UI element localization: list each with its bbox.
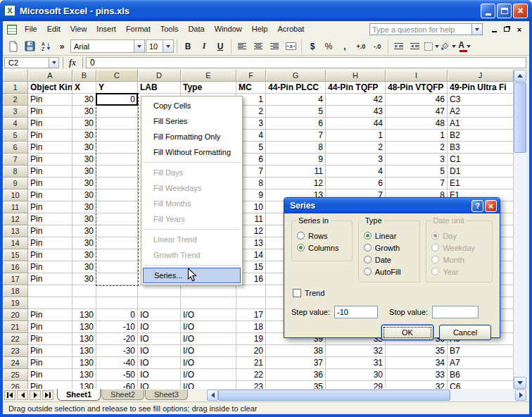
- cell-b20[interactable]: 130: [72, 309, 96, 321]
- cell-b16[interactable]: 30: [72, 261, 96, 273]
- trend-checkbox-row[interactable]: Trend: [293, 288, 493, 298]
- cell-a6[interactable]: Pin: [28, 142, 72, 154]
- row-header-8[interactable]: 8: [3, 166, 28, 178]
- menu-item-fill-without-formatting[interactable]: Fill Without Formatting: [143, 144, 241, 160]
- column-header-d[interactable]: D: [138, 70, 181, 82]
- cell-b9[interactable]: 30: [72, 178, 96, 189]
- menu-tools[interactable]: Tools: [156, 23, 184, 36]
- cell-a19[interactable]: [28, 297, 72, 309]
- sheet-tab-sheet1[interactable]: Sheet1: [57, 389, 101, 401]
- cell-g25[interactable]: 36: [266, 369, 326, 381]
- radio-columns[interactable]: Columns: [297, 242, 348, 254]
- name-box-dropdown-button[interactable]: [49, 57, 59, 68]
- cell-b22[interactable]: 130: [72, 333, 96, 345]
- cell-f1[interactable]: MC: [236, 82, 266, 94]
- step-value-input[interactable]: [334, 306, 378, 318]
- cell-h26[interactable]: 29: [326, 381, 386, 389]
- scroll-right-button[interactable]: [515, 390, 526, 401]
- row-header-7[interactable]: 7: [3, 154, 28, 166]
- cell-i9[interactable]: 7: [386, 178, 448, 189]
- cell-c3[interactable]: [96, 106, 138, 118]
- row-header-11[interactable]: 11: [3, 201, 28, 213]
- increase-indent-button[interactable]: [407, 39, 423, 54]
- cell-e18[interactable]: [181, 285, 236, 297]
- column-header-j[interactable]: J: [448, 70, 514, 82]
- cell-b17[interactable]: 30: [72, 273, 96, 285]
- scroll-down-button[interactable]: [514, 377, 526, 389]
- column-header-e[interactable]: E: [181, 70, 236, 82]
- cell-i23[interactable]: 35: [386, 345, 448, 357]
- cell-d18[interactable]: [138, 285, 181, 297]
- row-header-15[interactable]: 15: [3, 249, 28, 261]
- vertical-scrollbar[interactable]: [514, 70, 526, 389]
- menu-acrobat[interactable]: Acrobat: [272, 23, 309, 36]
- radio-rows[interactable]: Rows: [297, 230, 348, 242]
- cell-e22[interactable]: I/O: [181, 333, 236, 345]
- dialog-help-button[interactable]: ?: [471, 200, 483, 212]
- cell-a11[interactable]: Pin: [28, 201, 72, 213]
- cell-b8[interactable]: 30: [72, 166, 96, 178]
- cell-b13[interactable]: 30: [72, 225, 96, 237]
- row-header-4[interactable]: 4: [3, 118, 28, 130]
- select-all-corner[interactable]: [3, 70, 28, 82]
- cell-a8[interactable]: Pin: [28, 166, 72, 178]
- cell-a21[interactable]: Pin: [28, 321, 72, 333]
- radio-date[interactable]: Date: [364, 254, 416, 266]
- cell-h24[interactable]: 31: [326, 357, 386, 369]
- last-sheet-button[interactable]: [42, 390, 53, 400]
- cell-b18[interactable]: [72, 285, 96, 297]
- cell-c19[interactable]: [96, 297, 138, 309]
- cell-c9[interactable]: [96, 178, 138, 189]
- cell-e23[interactable]: I/O: [181, 345, 236, 357]
- cell-a17[interactable]: Pin: [28, 273, 72, 285]
- cell-h7[interactable]: 3: [326, 154, 386, 166]
- cell-i8[interactable]: 5: [386, 166, 448, 178]
- cell-h1[interactable]: 44-Pin TQFP: [326, 82, 386, 94]
- font-name-select[interactable]: Arial: [70, 39, 145, 53]
- cell-c15[interactable]: [96, 249, 138, 261]
- formula-input[interactable]: 0: [86, 57, 526, 68]
- cell-d23[interactable]: IO: [138, 345, 181, 357]
- cell-b3[interactable]: 30: [72, 106, 96, 118]
- cell-c17[interactable]: [96, 273, 138, 285]
- question-dropdown-button[interactable]: [472, 23, 483, 35]
- cell-g7[interactable]: 9: [266, 154, 326, 166]
- menu-help[interactable]: Help: [247, 23, 273, 36]
- cell-i6[interactable]: 2: [386, 142, 448, 154]
- column-header-g[interactable]: G: [266, 70, 326, 82]
- column-header-i[interactable]: I: [386, 70, 448, 82]
- row-header-23[interactable]: 23: [3, 345, 28, 357]
- menu-view[interactable]: View: [65, 23, 92, 36]
- cell-f24[interactable]: 21: [236, 357, 266, 369]
- cell-d1[interactable]: LAB: [138, 82, 181, 94]
- cell-c24[interactable]: -40: [96, 357, 138, 369]
- cell-c6[interactable]: [96, 142, 138, 154]
- cell-b5[interactable]: 30: [72, 130, 96, 142]
- dialog-close-button[interactable]: ×: [485, 200, 497, 212]
- cell-e25[interactable]: I/O: [181, 369, 236, 381]
- menu-edit[interactable]: Edit: [42, 23, 65, 36]
- cell-i3[interactable]: 47: [386, 106, 448, 118]
- cell-f21[interactable]: 18: [236, 321, 266, 333]
- cell-b7[interactable]: 30: [72, 154, 96, 166]
- cell-f23[interactable]: 20: [236, 345, 266, 357]
- cell-a18[interactable]: [28, 285, 72, 297]
- cell-g3[interactable]: 5: [266, 106, 326, 118]
- cell-i24[interactable]: 34: [386, 357, 448, 369]
- comma-button[interactable]: ,: [337, 39, 353, 54]
- cell-i7[interactable]: 3: [386, 154, 448, 166]
- cell-f25[interactable]: 22: [236, 369, 266, 381]
- cell-h9[interactable]: 6: [326, 178, 386, 189]
- italic-button[interactable]: I: [196, 39, 212, 54]
- decrease-indent-button[interactable]: [391, 39, 407, 54]
- cell-a4[interactable]: Pin: [28, 118, 72, 130]
- row-header-18[interactable]: 18: [3, 285, 28, 297]
- cell-d25[interactable]: IO: [138, 369, 181, 381]
- cell-c13[interactable]: [96, 225, 138, 237]
- merge-center-button[interactable]: a: [283, 39, 298, 54]
- workbook-restore-button[interactable]: [501, 24, 512, 35]
- row-header-24[interactable]: 24: [3, 357, 28, 369]
- cell-g2[interactable]: 4: [266, 94, 326, 106]
- cell-j26[interactable]: C6: [448, 381, 514, 389]
- minimize-button[interactable]: [481, 4, 495, 18]
